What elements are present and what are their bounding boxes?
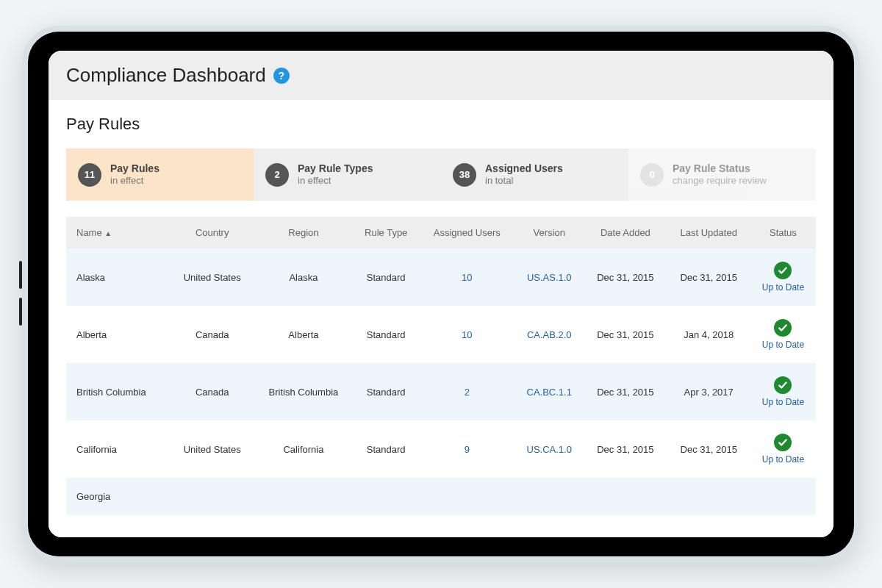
assigned-users-link[interactable]: 10 [462,329,472,340]
cell-assigned-users: 9 [419,420,514,478]
assigned-users-link[interactable]: 2 [465,387,470,398]
cell-rule-type: Standard [353,363,419,420]
pay-rules-table: Name ▲ Country Region Rule Type Assigned… [66,217,816,515]
status-text: Up to Date [762,454,804,465]
stat-badge: 0 [640,163,664,187]
cell-last-updated: Jan 4, 2018 [667,306,750,363]
stat-title: Pay Rule Types [298,162,373,175]
tablet-frame: Compliance Dashboard ? Pay Rules 11 Pay … [22,26,860,562]
cell-name: Alaska [66,248,171,306]
cell-status [750,478,816,515]
cell-country: United States [171,248,254,306]
section-title: Pay Rules [66,115,816,134]
hardware-button [19,261,22,289]
check-circle-icon [774,376,792,394]
cell-country [171,478,254,515]
cell-assigned-users: 2 [419,363,514,420]
screen: Compliance Dashboard ? Pay Rules 11 Pay … [49,51,833,537]
cell-rule-type: Standard [353,248,419,306]
col-last-updated[interactable]: Last Updated [667,217,750,248]
col-assigned-users[interactable]: Assigned Users [419,217,514,248]
help-icon[interactable]: ? [273,68,290,84]
check-circle-icon [774,262,792,279]
col-status[interactable]: Status [750,217,816,248]
cell-date-added: Dec 31, 2015 [584,248,667,306]
cell-rule-type: Standard [353,420,419,478]
cell-country: Canada [171,306,254,363]
version-link[interactable]: CA.BC.1.1 [527,387,572,398]
stat-sub: in total [485,175,563,187]
sort-indicator-icon: ▲ [104,229,112,237]
col-version[interactable]: Version [514,217,584,248]
stat-cards-row: 11 Pay Rules in effect 2 Pay Rule Types … [66,148,816,201]
cell-assigned-users [419,478,514,515]
cell-region [254,478,353,515]
hardware-button [19,298,22,326]
status-cell: Up to Date [756,319,810,350]
table-row[interactable]: British ColumbiaCanadaBritish ColumbiaSt… [66,363,816,420]
cell-country: Canada [171,363,254,420]
cell-version: CA.AB.2.0 [514,306,584,363]
cell-rule-type [353,478,419,515]
stat-card-pay-rule-types[interactable]: 2 Pay Rule Types in effect [254,148,441,201]
cell-last-updated: Apr 3, 2017 [667,363,750,420]
cell-version: US.CA.1.0 [514,420,584,478]
col-name-label: Name [76,227,102,238]
table-row[interactable]: Georgia [66,478,816,515]
cell-status: Up to Date [750,248,816,306]
stat-sub: change require review [673,175,767,187]
table-row[interactable]: AlaskaUnited StatesAlaskaStandard10US.AS… [66,248,816,306]
stat-sub: in effect [110,175,159,187]
cell-date-added: Dec 31, 2015 [584,420,667,478]
stat-title: Pay Rule Status [673,162,767,175]
col-date-added[interactable]: Date Added [584,217,667,248]
stat-text: Pay Rules in effect [110,162,159,187]
version-link[interactable]: US.CA.1.0 [527,444,572,455]
status-text: Up to Date [762,397,804,407]
cell-version [514,478,584,515]
cell-last-updated [667,478,750,515]
check-circle-icon [774,319,792,337]
cell-country: United States [171,420,254,478]
stat-card-assigned-users[interactable]: 38 Assigned Users in total [441,148,628,201]
hardware-buttons [19,261,22,326]
status-cell: Up to Date [756,262,810,293]
col-name[interactable]: Name ▲ [66,217,171,248]
col-region[interactable]: Region [254,217,353,248]
assigned-users-link[interactable]: 9 [465,444,470,455]
table-row[interactable]: AlbertaCanadaAlbertaStandard10CA.AB.2.0D… [66,306,816,363]
status-text: Up to Date [762,282,804,293]
table-header: Name ▲ Country Region Rule Type Assigned… [66,217,816,248]
stat-title: Assigned Users [485,162,563,175]
cell-region: Alaska [254,248,353,306]
cell-date-added: Dec 31, 2015 [584,363,667,420]
cell-date-added [584,478,667,515]
cell-last-updated: Dec 31, 2015 [667,420,750,478]
col-rule-type[interactable]: Rule Type [353,217,419,248]
status-cell: Up to Date [756,434,810,465]
stat-card-pay-rule-status[interactable]: 0 Pay Rule Status change require review [628,148,816,201]
version-link[interactable]: CA.AB.2.0 [527,329,572,340]
assigned-users-link[interactable]: 10 [462,272,472,283]
stat-text: Assigned Users in total [485,162,563,187]
tablet-bezel: Compliance Dashboard ? Pay Rules 11 Pay … [28,32,854,556]
cell-assigned-users: 10 [419,248,514,306]
stat-badge: 38 [453,163,476,187]
table-row[interactable]: CaliforniaUnited StatesCaliforniaStandar… [66,420,816,478]
cell-region: Alberta [254,306,353,363]
table-body: AlaskaUnited StatesAlaskaStandard10US.AS… [66,248,816,515]
cell-status: Up to Date [750,420,816,478]
status-cell: Up to Date [756,376,810,407]
stat-title: Pay Rules [110,162,159,175]
cell-region: California [254,420,353,478]
version-link[interactable]: US.AS.1.0 [527,272,572,283]
cell-version: US.AS.1.0 [514,248,584,306]
cell-date-added: Dec 31, 2015 [584,306,667,363]
cell-rule-type: Standard [353,306,419,363]
stat-text: Pay Rule Types in effect [298,162,373,187]
cell-region: British Columbia [254,363,353,420]
stat-card-pay-rules[interactable]: 11 Pay Rules in effect [66,148,254,201]
cell-name: California [66,420,171,478]
col-country[interactable]: Country [171,217,254,248]
cell-version: CA.BC.1.1 [514,363,584,420]
